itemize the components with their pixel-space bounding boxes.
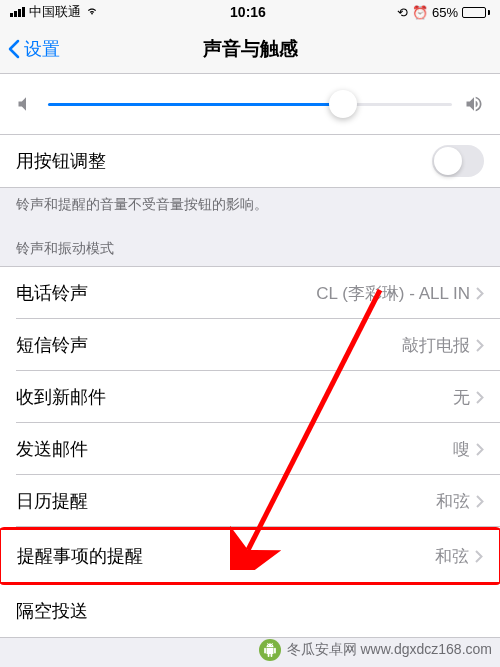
watermark: 冬瓜安卓网 www.dgxdcz168.com <box>259 639 492 661</box>
status-right: ⟲ ⏰ 65% <box>397 5 490 20</box>
battery-icon <box>462 7 490 18</box>
row-label: 收到新邮件 <box>16 385 106 409</box>
row-text-tone[interactable]: 短信铃声 敲打电报 <box>0 319 500 371</box>
row-reminder-alert[interactable]: 提醒事项的提醒 和弦 <box>1 530 499 582</box>
back-label: 设置 <box>24 37 60 61</box>
chevron-back-icon <box>8 39 20 59</box>
row-sent-mail[interactable]: 发送邮件 嗖 <box>0 423 500 475</box>
toggle-knob <box>434 147 462 175</box>
row-label: 发送邮件 <box>16 437 88 461</box>
chevron-right-icon <box>476 391 484 404</box>
highlight-box: 提醒事项的提醒 和弦 <box>0 527 500 585</box>
row-value: 和弦 <box>435 545 483 568</box>
speaker-low-icon <box>16 94 36 114</box>
row-label: 短信铃声 <box>16 333 88 357</box>
slider-fill <box>48 103 343 106</box>
toggle-label: 用按钮调整 <box>16 149 106 173</box>
section-header: 铃声和振动模式 <box>0 222 500 266</box>
volume-slider[interactable] <box>48 103 452 106</box>
row-label: 电话铃声 <box>16 281 88 305</box>
row-value: 敲打电报 <box>402 334 484 357</box>
status-left: 中国联通 <box>10 3 99 21</box>
status-time: 10:16 <box>230 4 266 20</box>
row-value: 无 <box>453 386 484 409</box>
signal-icon <box>10 7 25 17</box>
row-label: 日历提醒 <box>16 489 88 513</box>
row-ringtone[interactable]: 电话铃声 CL (李彩琳) - ALL IN <box>0 267 500 319</box>
row-value: 嗖 <box>453 438 484 461</box>
row-value: CL (李彩琳) - ALL IN <box>316 282 484 305</box>
status-bar: 中国联通 10:16 ⟲ ⏰ 65% <box>0 0 500 24</box>
orientation-lock-icon: ⟲ <box>397 5 408 20</box>
android-icon <box>259 639 281 661</box>
chevron-right-icon <box>476 495 484 508</box>
row-label: 隔空投送 <box>16 599 88 623</box>
volume-slider-row <box>0 74 500 134</box>
toggle-group: 用按钮调整 <box>0 134 500 188</box>
watermark-text: 冬瓜安卓网 www.dgxdcz168.com <box>287 641 492 659</box>
row-label: 提醒事项的提醒 <box>17 544 143 568</box>
footer-note: 铃声和提醒的音量不受音量按钮的影响。 <box>0 188 500 222</box>
battery-percent: 65% <box>432 5 458 20</box>
row-airdrop[interactable]: 隔空投送 <box>0 585 500 637</box>
back-button[interactable]: 设置 <box>8 37 60 61</box>
toggle-switch[interactable] <box>432 145 484 177</box>
ringtone-group: 电话铃声 CL (李彩琳) - ALL IN 短信铃声 敲打电报 收到新邮件 无… <box>0 266 500 638</box>
alarm-icon: ⏰ <box>412 5 428 20</box>
wifi-icon <box>85 4 99 21</box>
chevron-right-icon <box>475 550 483 563</box>
carrier-label: 中国联通 <box>29 3 81 21</box>
toggle-row-volume-buttons[interactable]: 用按钮调整 <box>0 135 500 187</box>
row-value: 和弦 <box>436 490 484 513</box>
row-new-mail[interactable]: 收到新邮件 无 <box>0 371 500 423</box>
chevron-right-icon <box>476 287 484 300</box>
chevron-right-icon <box>476 443 484 456</box>
content: 用按钮调整 铃声和提醒的音量不受音量按钮的影响。 铃声和振动模式 电话铃声 CL… <box>0 74 500 667</box>
speaker-high-icon <box>464 94 484 114</box>
nav-bar: 设置 声音与触感 <box>0 24 500 74</box>
row-calendar-alert[interactable]: 日历提醒 和弦 <box>0 475 500 527</box>
page-title: 声音与触感 <box>203 36 298 62</box>
slider-thumb[interactable] <box>329 90 357 118</box>
chevron-right-icon <box>476 339 484 352</box>
